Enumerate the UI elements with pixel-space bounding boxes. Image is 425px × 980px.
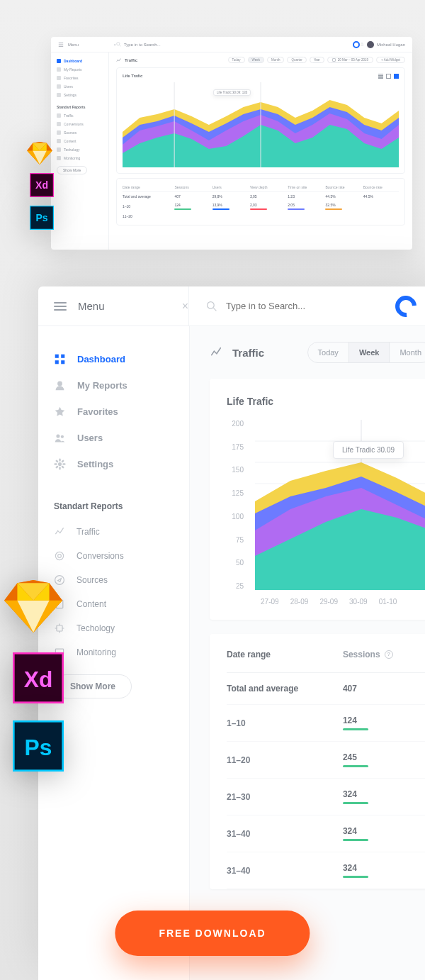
col-bounce1-thumb: Bounce rate xyxy=(325,185,361,189)
svg-text:Xd: Xd xyxy=(24,667,53,692)
sidebar-item-settings[interactable]: Settings xyxy=(54,451,174,477)
sidebar-item-dashboard[interactable]: Dashboard xyxy=(54,346,174,372)
period-month[interactable]: Month xyxy=(390,343,425,362)
report-traffic[interactable]: Traffic xyxy=(54,520,174,544)
line-toggle-icon[interactable] xyxy=(378,74,383,79)
period-today[interactable]: Today xyxy=(308,343,349,362)
chart-tooltip-thumb: Life Tradic 30.09: 133 xyxy=(213,89,251,96)
sidebar-item-reports-thumb[interactable]: My Reports xyxy=(57,65,103,74)
report-label: Techology xyxy=(76,623,115,633)
report-conversions[interactable]: Conversions xyxy=(54,544,174,568)
report-techology[interactable]: Techology xyxy=(54,616,174,640)
sidebar-item-reports[interactable]: My Reports xyxy=(54,372,174,399)
svg-rect-4 xyxy=(55,355,59,358)
report-sources-thumb[interactable]: Sources xyxy=(57,128,103,137)
col-time-thumb: Time on site xyxy=(288,185,323,189)
report-label: Monitoring xyxy=(76,647,116,657)
table-row: 1–10124 xyxy=(227,705,425,742)
chart-toggles-thumb[interactable] xyxy=(378,74,399,79)
report-conversions-thumb[interactable]: Conversions xyxy=(57,120,103,128)
report-sources[interactable]: Sources xyxy=(54,568,174,592)
sketch-icon xyxy=(27,142,52,165)
period-week[interactable]: Week xyxy=(349,343,390,362)
col-depth-thumb: View depth xyxy=(250,185,285,189)
menu-label-thumb: Menu xyxy=(68,43,79,47)
period-quarter-thumb[interactable]: Quarter xyxy=(287,57,306,63)
menu-header-thumb: Menu × xyxy=(58,42,116,48)
report-label: Conversions xyxy=(76,551,124,561)
row-total: Total and average 407 xyxy=(227,673,425,705)
show-more-button[interactable]: Show More xyxy=(54,674,132,698)
row-label: Total and average xyxy=(227,684,343,694)
sidebar-item-users-thumb[interactable]: Users xyxy=(57,82,103,91)
report-label: Content xyxy=(76,599,106,609)
period-segment[interactable]: Today Week Month xyxy=(307,342,425,363)
sidebar-item-label: Settings xyxy=(77,459,113,469)
brand-logo-thumb xyxy=(353,41,360,48)
period-today-thumb[interactable]: Today xyxy=(228,57,245,63)
user-block-thumb[interactable]: Micheal Hogan xyxy=(360,41,405,48)
bar-toggle-icon[interactable] xyxy=(386,74,391,79)
col-daterange: Date range xyxy=(227,650,343,659)
area-toggle-icon[interactable] xyxy=(394,74,399,79)
free-download-button[interactable]: FREE DOWNLOAD xyxy=(115,911,310,956)
sidebar-item-settings-thumb[interactable]: Settings xyxy=(57,91,103,99)
report-label: Traffic xyxy=(76,527,100,537)
gear-icon xyxy=(54,458,66,470)
close-icon[interactable]: × xyxy=(182,300,188,313)
report-monitoring-thumb[interactable]: Monitoring xyxy=(57,154,103,162)
sidebar-item-favorites[interactable]: Favorites xyxy=(54,399,174,425)
search-box[interactable] xyxy=(188,286,395,325)
period-week-thumb[interactable]: Week xyxy=(248,57,264,63)
sidebar-item-favorites-thumb[interactable]: Favorites xyxy=(57,74,103,82)
table-row: 11–20245 xyxy=(227,742,425,779)
user-icon xyxy=(54,379,66,391)
date-range-thumb[interactable]: 20 Mar – 03 Apr 2019 xyxy=(327,57,373,63)
row-total-thumb: Total and average 407 29,8% 3,05 1:23 44… xyxy=(123,192,399,201)
menu-header: Menu × xyxy=(54,300,188,313)
svg-point-12 xyxy=(55,552,63,559)
summary-table-thumb: Date range Sessions Users View depth Tim… xyxy=(116,178,405,225)
trend-icon xyxy=(116,57,122,63)
area-chart: Life Tradic 30.09 27-0928-0929-0930-0901… xyxy=(255,420,425,606)
brand-logo xyxy=(391,291,421,321)
chart-tooltip: Life Tradic 30.09 xyxy=(333,441,404,459)
report-traffic-thumb[interactable]: Traffic xyxy=(57,111,103,120)
star-icon xyxy=(54,406,66,418)
show-more-thumb[interactable]: Show More xyxy=(57,166,87,174)
menu-label: Menu xyxy=(78,300,105,312)
row-value: 407 xyxy=(343,684,425,694)
sidebar-item-label: Dashboard xyxy=(77,354,125,364)
table-row: 31–40324 xyxy=(227,815,425,852)
reports-heading-thumb: Standart Reports xyxy=(57,105,103,109)
trend-icon xyxy=(54,526,65,538)
report-techology-thumb[interactable]: Techology xyxy=(57,145,103,154)
report-content-thumb[interactable]: Content xyxy=(57,137,103,145)
report-monitoring[interactable]: Monitoring xyxy=(54,640,174,664)
search-input[interactable] xyxy=(226,301,339,311)
user-name-thumb: Micheal Hogan xyxy=(377,43,405,47)
help-icon[interactable]: ? xyxy=(385,650,393,659)
chart-card-thumb: Life Trafic Life Tradic 30.09: 133 xyxy=(116,67,405,174)
svg-point-11 xyxy=(58,462,62,466)
period-year-thumb[interactable]: Year xyxy=(310,57,324,63)
col-bounce2-thumb: Bounce rate xyxy=(363,185,399,189)
sidebar-item-dashboard-thumb[interactable]: Dashboard xyxy=(57,57,103,65)
period-month-thumb[interactable]: Month xyxy=(267,57,285,63)
report-content[interactable]: Content xyxy=(54,592,174,616)
target-icon xyxy=(54,550,65,562)
col-sessions: Sessions? xyxy=(343,650,425,659)
col-daterange-thumb: Date range xyxy=(123,185,172,189)
dashboard-thumbnail: Menu × Type in to Search... Micheal Hoga… xyxy=(51,37,412,250)
chart-title-thumb: Life Trafic xyxy=(123,74,399,78)
report-label: Sources xyxy=(76,575,108,585)
y-axis: 200175150125100755025 xyxy=(227,420,244,590)
col-sessions-thumb: Sessions xyxy=(174,185,210,189)
add-widget-thumb[interactable]: + Add Widget xyxy=(376,57,405,63)
search-thumb[interactable]: Type in to Search... xyxy=(116,42,353,47)
hamburger-icon[interactable] xyxy=(54,302,67,311)
avatar-thumb xyxy=(367,41,374,48)
sidebar-item-users[interactable]: Users xyxy=(54,425,174,451)
bell-icon xyxy=(360,43,364,47)
svg-point-10 xyxy=(61,435,64,438)
